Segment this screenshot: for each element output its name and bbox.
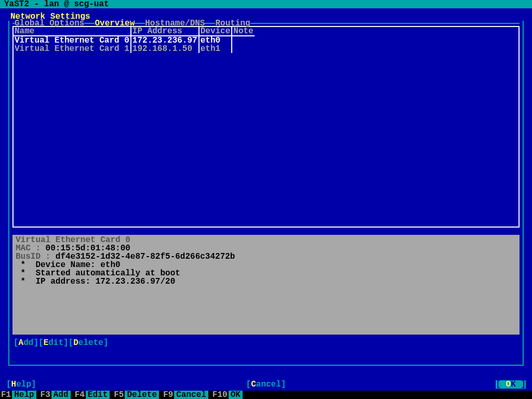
fkey: F5 — [113, 391, 125, 399]
tab-hostname-dns[interactable]: Hostname/DNS — [145, 19, 205, 28]
table-row[interactable]: Virtual Ethernet Card 0 172.23.236.97 et… — [14, 36, 255, 45]
edit-button[interactable]: dit — [48, 338, 63, 348]
cell-name: Virtual Ethernet Card 0 — [14, 36, 131, 45]
table-row[interactable]: Virtual Ethernet Card 1 192.168.1.50 eth… — [14, 45, 255, 53]
device-detail: Virtual Ethernet Card 0 MAC : 00:15:5d:0… — [12, 235, 520, 335]
detail-bullet: * IP address: 172.23.236.97/20 — [16, 277, 516, 286]
function-key-bar: F1Help F3Add F4Edit F5Delete F9Cancel F1… — [0, 391, 532, 399]
fkey-delete[interactable]: Delete — [125, 391, 159, 399]
col-note: Note — [232, 27, 254, 36]
fkey: F4 — [74, 391, 86, 399]
tab-global-options[interactable]: Global Options — [15, 19, 84, 28]
window-title: YaST2 - lan @ scg-uat — [0, 0, 532, 8]
fkey-cancel[interactable]: Cancel — [174, 391, 208, 399]
fkey-add[interactable]: Add — [51, 391, 71, 399]
cell-ip: 192.168.1.50 — [131, 45, 199, 53]
tab-panel: Global Options Overview Hostname/DNS Rou… — [8, 21, 524, 366]
cell-device: eth1 — [199, 45, 232, 53]
tab-routing[interactable]: Routing — [215, 19, 250, 28]
content-area: Network Settings Global Options Overview… — [0, 8, 532, 391]
ok-button[interactable]: [ OK ] — [496, 380, 526, 389]
col-name: Name — [14, 27, 131, 36]
detail-bullet: * Started automatically at boot — [16, 269, 516, 277]
footer-row: [Help] [Cancel] [ OK ] — [6, 380, 526, 389]
cell-device: eth0 — [199, 36, 232, 45]
cell-note — [232, 45, 254, 53]
cancel-button[interactable]: [Cancel] — [246, 380, 286, 389]
cell-note — [232, 36, 254, 45]
fkey: F9 — [162, 391, 174, 399]
fkey: F1 — [0, 391, 12, 399]
cell-name: Virtual Ethernet Card 1 — [14, 45, 131, 53]
action-row: [Add][Edit][Delete] — [12, 339, 520, 347]
detail-bullet: * Device Name: eth0 — [16, 261, 516, 269]
col-ip: IP Address — [131, 27, 199, 36]
fkey: F10 — [211, 391, 229, 399]
device-table: Name IP Address Device Note Virtual Ethe… — [14, 27, 255, 53]
device-list[interactable]: Name IP Address Device Note Virtual Ethe… — [12, 26, 520, 228]
fkey-ok[interactable]: OK — [229, 391, 243, 399]
fkey-edit[interactable]: Edit — [86, 391, 110, 399]
tab-overview[interactable]: Overview — [95, 19, 135, 28]
cell-ip: 172.23.236.97 — [131, 36, 199, 45]
add-button[interactable]: dd — [23, 338, 33, 348]
col-device: Device — [199, 27, 232, 36]
fkey-help[interactable]: Help — [12, 391, 36, 399]
fkey: F3 — [39, 391, 51, 399]
table-header-row: Name IP Address Device Note — [14, 27, 255, 36]
page-title: Network Settings — [8, 12, 524, 21]
help-button[interactable]: [Help] — [6, 380, 36, 389]
delete-button[interactable]: Delete — [73, 338, 103, 348]
